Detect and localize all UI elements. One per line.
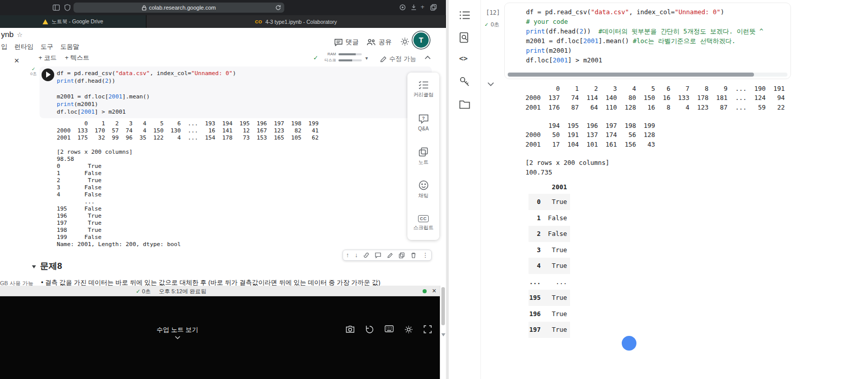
- account-avatar[interactable]: T: [413, 32, 429, 48]
- reload-icon[interactable]: [275, 5, 281, 11]
- floating-action-button[interactable]: [622, 336, 636, 351]
- scroll-down-arrow[interactable]: [441, 333, 445, 336]
- star-icon[interactable]: ☆: [17, 31, 23, 39]
- edit-icon[interactable]: [387, 252, 393, 258]
- add-comment-icon[interactable]: [375, 252, 381, 258]
- shield-icon[interactable]: [64, 4, 70, 11]
- sidebar-toggle-icon[interactable]: [53, 5, 60, 11]
- panel-item-curriculum[interactable]: 커리큘럼: [407, 73, 439, 106]
- menu-item-tools[interactable]: 도구: [41, 43, 53, 51]
- lecture-video[interactable]: 수업 노트 보기: [0, 296, 440, 379]
- vertical-scrollbar[interactable]: [440, 286, 446, 379]
- class-notes-button[interactable]: 수업 노트 보기: [129, 326, 225, 339]
- copy-cell-icon[interactable]: [399, 252, 405, 258]
- more-options-icon[interactable]: ⋮: [422, 252, 428, 259]
- row-value: True: [544, 322, 570, 338]
- fullscreen-icon[interactable]: [424, 325, 432, 334]
- ram-bar: [338, 53, 362, 55]
- note-icon: [419, 147, 428, 157]
- resource-monitor[interactable]: RAM 디스크: [323, 52, 362, 63]
- share-button[interactable]: 공유: [367, 36, 392, 48]
- new-tab-icon[interactable]: +: [421, 3, 425, 11]
- row-index: 2: [529, 226, 544, 242]
- edit-mode-button[interactable]: 수정 가능: [380, 55, 416, 63]
- collapse-output-icon[interactable]: [487, 82, 494, 86]
- extension-icon[interactable]: [399, 4, 406, 11]
- secondary-colab-window: <> [12] ✓ 0초 df = pd.read_csv("data.csv"…: [448, 0, 868, 379]
- history-icon[interactable]: [365, 325, 374, 334]
- panel-item-qna[interactable]: ? Q&A: [407, 106, 439, 140]
- move-down-icon[interactable]: ↓: [355, 252, 358, 259]
- bullet-text: 결측 값을 가진 데이터는 바로 뒤에 있는 값으로 대체한 후 (바로 뒤가 …: [45, 279, 381, 286]
- close-panel-icon[interactable]: ×: [14, 56, 19, 66]
- download-icon[interactable]: [410, 4, 417, 11]
- row-value: False: [544, 226, 570, 242]
- menu-item[interactable]: 입: [1, 43, 8, 51]
- menu-item-runtime[interactable]: 런타임: [15, 43, 34, 51]
- executed-check-icon: ✓: [484, 22, 488, 27]
- resources-caret-icon[interactable]: ▾: [365, 55, 368, 61]
- section-collapse-icon[interactable]: [32, 265, 36, 268]
- add-code-label: + 코드: [39, 54, 57, 62]
- status-check-icon: ✓: [136, 288, 140, 294]
- add-text-button[interactable]: + 텍스트: [65, 54, 89, 62]
- drive-icon: [43, 19, 48, 24]
- code-snippets-icon[interactable]: <>: [459, 54, 468, 62]
- row-index: ...: [529, 274, 544, 290]
- move-up-icon[interactable]: ↑: [346, 252, 349, 259]
- video-window-titlebar[interactable]: ✓ 0초 오후 5:12에 완료됨 ×: [0, 286, 440, 296]
- close-video-icon[interactable]: ×: [432, 287, 436, 295]
- subtitles-keyboard-icon[interactable]: [385, 325, 394, 334]
- table-row: ......: [529, 274, 570, 290]
- row-value: True: [544, 306, 570, 322]
- curriculum-icon: [419, 80, 429, 89]
- panel-item-note[interactable]: 노트: [407, 140, 439, 173]
- tab-overview-icon[interactable]: [430, 4, 437, 11]
- panel-item-chat[interactable]: 채팅: [407, 173, 439, 206]
- address-bar[interactable]: colab.research.google.com: [73, 3, 284, 13]
- secrets-key-icon[interactable]: [459, 76, 470, 87]
- table-row: 0True: [529, 194, 570, 210]
- colab-icon: CO: [255, 19, 262, 24]
- run-cell-button[interactable]: [42, 68, 54, 81]
- files-folder-icon[interactable]: [459, 99, 470, 109]
- panel-item-label: 노트: [419, 159, 429, 166]
- tab-colab-notebook[interactable]: CO 4-3 type1.ipynb - Colaboratory: [146, 15, 446, 28]
- cell-toolbar: ↑ ↓ ⋮: [343, 250, 432, 261]
- row-value: True: [544, 194, 570, 210]
- execution-status: ✓ 0초 오후 5:12에 완료됨: [136, 288, 206, 295]
- video-overlay-window: ✓ 0초 오후 5:12에 완료됨 × 수업 노트 보기: [0, 286, 440, 379]
- delete-cell-icon[interactable]: [410, 252, 417, 258]
- comment-icon: [334, 39, 343, 46]
- row-value: True: [544, 290, 570, 306]
- code-cell: ✓ 0초 df = pd.read_csv("data.csv", index_…: [40, 66, 432, 277]
- code-editor[interactable]: df = pd.read_csv("data.csv", index_col="…: [57, 70, 236, 116]
- menu-item-help[interactable]: 도움말: [60, 43, 80, 51]
- settings-gear-icon[interactable]: [404, 325, 413, 334]
- code-editor[interactable]: df = pd.read_csv("data.csv", index_col="…: [526, 7, 763, 65]
- chat-smiley-icon: [419, 180, 429, 190]
- tab-google-drive[interactable]: 노트북 - Google Drive: [0, 15, 146, 28]
- add-code-button[interactable]: + 코드: [39, 54, 57, 62]
- status-done-text: 오후 5:12에 완료됨: [159, 288, 206, 295]
- table-row: 4True: [529, 258, 570, 274]
- table-of-contents-icon[interactable]: [459, 10, 470, 20]
- notebook-title[interactable]: ynb: [1, 30, 14, 39]
- comments-button[interactable]: 댓글: [334, 36, 359, 48]
- row-index: 0: [529, 194, 544, 210]
- browser-window: colab.research.google.com + 노트북 - Google…: [0, 0, 446, 379]
- scrollbar-thumb[interactable]: [441, 287, 445, 325]
- pencil-icon: [380, 56, 387, 62]
- settings-gear-icon[interactable]: [400, 37, 409, 46]
- link-icon[interactable]: [363, 252, 369, 258]
- section-title: 문제8: [40, 260, 62, 272]
- add-text-label: + 텍스트: [65, 54, 89, 62]
- find-replace-icon[interactable]: [459, 32, 470, 43]
- address-url: colab.research.google.com: [149, 5, 216, 11]
- panel-item-script[interactable]: CC 스크립트: [407, 206, 439, 240]
- collapse-toolbar-icon[interactable]: [425, 55, 431, 59]
- status-time: 0초: [142, 288, 150, 294]
- horizontal-scrollbar[interactable]: [508, 73, 787, 77]
- scrollbar-thumb[interactable]: [508, 73, 754, 77]
- screenshot-camera-icon[interactable]: [346, 325, 355, 334]
